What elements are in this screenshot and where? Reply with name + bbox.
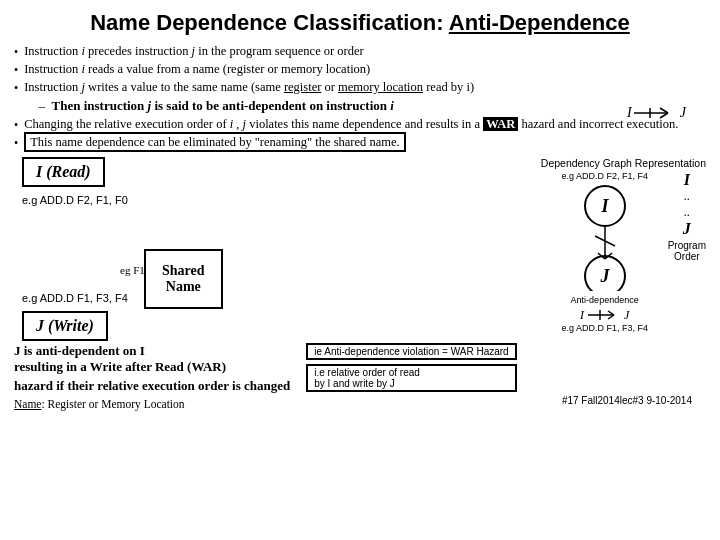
bullet-3: • Instruction j writes a value to the sa…	[14, 80, 706, 96]
ie-boxes: ie Anti-dependence violation = WAR Hazar…	[306, 343, 516, 392]
ie-antidep-box: ie Anti-dependence violation = WAR Hazar…	[306, 343, 516, 360]
dep-graph-svg: I J	[560, 181, 650, 291]
war-statement: J is anti-dependent on Iresulting in a W…	[14, 343, 290, 375]
i-read-box: I (Read)	[22, 157, 105, 187]
prog-order-j: J	[683, 220, 691, 238]
then-instruction-line: – Then instruction j is said to be anti-…	[32, 98, 706, 114]
bullet-list-2: • Changing the relative execution order …	[14, 117, 706, 151]
bullet-2: • Instruction i reads a value from a nam…	[14, 62, 706, 78]
arrow-svg	[632, 104, 680, 122]
bullet-text-3: Instruction j writes a value to the same…	[24, 80, 706, 95]
rename-box: This name dependence can be eliminated b…	[24, 132, 405, 152]
slide-number: #17 Fall2014lec#3 9-10-2014	[562, 395, 692, 406]
anti-dep-label: Anti-dependence	[560, 295, 650, 305]
war-block: J is anti-dependent on Iresulting in a W…	[14, 343, 290, 394]
bullet-dot-5: •	[14, 136, 18, 151]
page-title: Name Dependence Classification: Anti-Dep…	[14, 10, 706, 36]
bottom-section: J is anti-dependent on Iresulting in a W…	[14, 343, 706, 410]
shared-name-box: SharedName	[144, 249, 223, 309]
war-badge: WAR	[483, 117, 518, 131]
lower-section: I (Read) e.g ADD.D F2, F1, F0 eg F1 Shar…	[14, 157, 706, 341]
ie-relorder-box: i.e relative order of readby I and write…	[306, 364, 516, 392]
dep-graph-eg-top: e.g ADD.D F2, F1, F4	[560, 171, 650, 181]
left-diagram: I (Read) e.g ADD.D F2, F1, F0 eg F1 Shar…	[14, 157, 274, 341]
eg-f1-text: eg F1	[120, 264, 145, 276]
ij-arrow-diagram: I J	[627, 104, 686, 122]
prog-order-i: I	[684, 171, 690, 189]
dep-graph-title: Dependency Graph Representation	[284, 157, 706, 169]
dep-graph-main: e.g ADD.D F2, F1, F4 I J	[560, 171, 650, 333]
bullet-text-5: This name dependence can be eliminated b…	[24, 135, 706, 150]
j-write-box: J (Write)	[22, 311, 108, 341]
bullet-dot-3: •	[14, 81, 18, 96]
bullet-dot-2: •	[14, 63, 18, 78]
eg1-text: e.g ADD.D F2, F1, F0	[22, 194, 274, 206]
bullet-5: • This name dependence can be eliminated…	[14, 135, 706, 151]
dep-graph-area: Dependency Graph Representation e.g ADD.…	[274, 157, 706, 341]
page: Name Dependence Classification: Anti-Dep…	[0, 0, 720, 540]
bullet-dot-4: •	[14, 118, 18, 133]
bullet-text-1: Instruction i precedes instruction j in …	[24, 44, 706, 59]
bullet-text-2: Instruction i reads a value from a name …	[24, 62, 706, 77]
dep-eg2: e.g ADD.D F1, F3, F4	[560, 323, 650, 333]
arrow-j-label: J	[680, 105, 686, 121]
arrow-i-j-small: I J	[560, 307, 650, 323]
prog-order-dots: ....	[684, 189, 690, 220]
svg-text:I: I	[600, 196, 609, 216]
bullet-1: • Instruction i precedes instruction j i…	[14, 44, 706, 60]
svg-text:J: J	[599, 266, 610, 286]
program-order-column: I .... J ProgramOrder	[668, 171, 706, 262]
bullet-4: • Changing the relative execution order …	[14, 117, 706, 133]
bullet-text-4: Changing the relative execution order of…	[24, 117, 706, 132]
hazard-statement: hazard if their relative execution order…	[14, 378, 290, 394]
prog-order-label: ProgramOrder	[668, 240, 706, 262]
bullet-list: • Instruction i precedes instruction j i…	[14, 44, 706, 96]
bullet-dot-1: •	[14, 45, 18, 60]
